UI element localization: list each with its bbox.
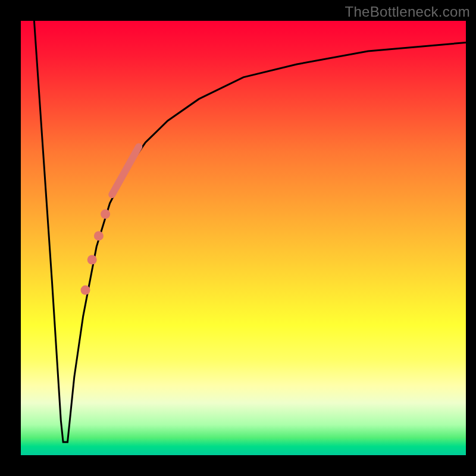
highlighted-range <box>112 147 139 195</box>
highlighted-dot <box>87 255 97 265</box>
plot-area <box>21 21 466 455</box>
curve-svg <box>21 21 466 455</box>
highlighted-dot <box>94 231 104 240</box>
chart-frame: TheBottleneck.com <box>0 0 476 476</box>
highlighted-range-path <box>112 147 139 195</box>
watermark-text: TheBottleneck.com <box>345 4 470 20</box>
highlighted-dot <box>81 286 90 295</box>
highlighted-dot <box>101 209 110 219</box>
